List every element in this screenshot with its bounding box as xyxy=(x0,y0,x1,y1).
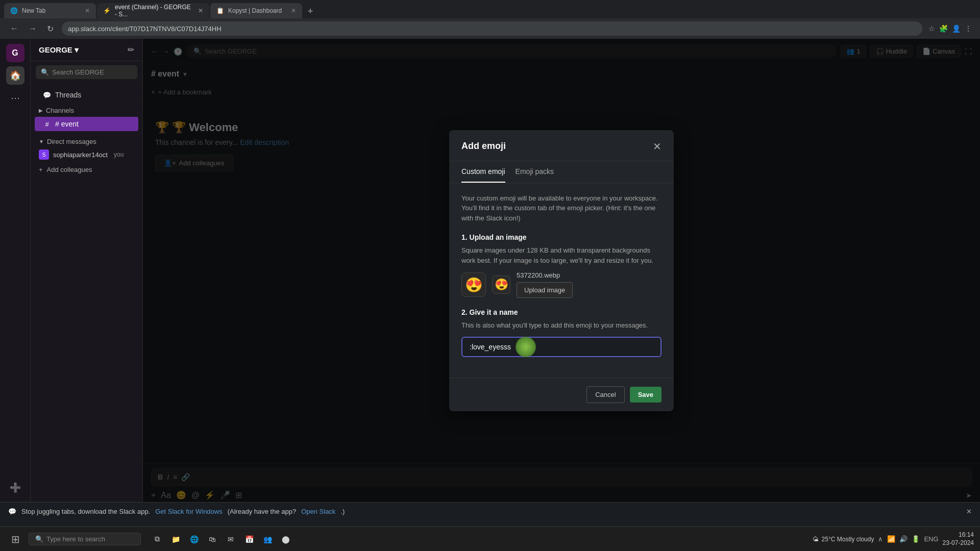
sidebar-search[interactable]: 🔍 Search GEORGE xyxy=(36,65,137,79)
emoji-name-input[interactable] xyxy=(461,337,662,357)
tab-custom-emoji[interactable]: Custom emoji xyxy=(461,161,505,183)
dm-arrow-icon: ▼ xyxy=(39,139,44,144)
sidebar-nav: 💬 Threads ▶ Channels # # event ▼ Direct … xyxy=(31,83,142,180)
user-item-sophia[interactable]: S sophiaparker14oct you xyxy=(31,147,142,162)
tab1-close[interactable]: ✕ xyxy=(85,7,90,14)
sidebar-header: GEORGE ▾ ✏ xyxy=(31,39,142,61)
threads-icon: 💬 xyxy=(43,91,51,99)
date-text: 23-07-2024 xyxy=(943,539,974,547)
back-button[interactable]: ← xyxy=(8,22,20,35)
cancel-button[interactable]: Cancel xyxy=(586,386,624,403)
save-button[interactable]: Save xyxy=(630,387,662,403)
notification-close-icon[interactable]: ✕ xyxy=(966,508,972,515)
add-colleagues-label: Add colleagues xyxy=(47,166,92,173)
tray-up-icon[interactable]: ∧ xyxy=(878,535,883,543)
volume-icon[interactable]: 🔊 xyxy=(899,535,908,543)
notification-end: .) xyxy=(340,508,345,515)
sidebar-item-event[interactable]: # # event xyxy=(35,117,138,131)
time-display[interactable]: 16:14 23-07-2024 xyxy=(943,531,974,547)
weather-text: 25°C Mostly cloudy xyxy=(822,536,874,543)
you-label: you xyxy=(114,151,124,158)
modal-footer: Cancel Save xyxy=(449,378,674,411)
file-info-block: 5372200.webp Upload image xyxy=(517,271,573,298)
compose-icon[interactable]: ✏ xyxy=(128,45,134,55)
browser-tab-3[interactable]: 📋 Kopyst | Dashboard ✕ xyxy=(210,3,302,18)
tab1-icon: 🌐 xyxy=(10,7,18,14)
browser-chrome: 🌐 New Tab ✕ ⚡ event (Channel) - GEORGE -… xyxy=(0,0,980,18)
browser-tab-1[interactable]: 🌐 New Tab ✕ xyxy=(4,3,96,18)
already-text: (Already have the app? xyxy=(228,508,296,515)
tab-emoji-packs[interactable]: Emoji packs xyxy=(516,161,554,183)
get-slack-windows-link[interactable]: Get Slack for Windows xyxy=(155,508,223,515)
file-explorer-icon[interactable]: 📁 xyxy=(167,531,184,547)
notification-bar: 💬 Stop juggling tabs, download the Slack… xyxy=(0,502,980,520)
bookmark-star-icon[interactable]: ☆ xyxy=(928,24,935,33)
modal-tabs: Custom emoji Emoji packs xyxy=(449,161,674,183)
forward-button[interactable]: → xyxy=(27,22,39,35)
tab2-close[interactable]: ✕ xyxy=(198,7,203,14)
upload-image-button[interactable]: Upload image xyxy=(517,282,573,298)
browser-actions: ☆ 🧩 👤 ⋮ xyxy=(928,24,972,33)
threads-label: Threads xyxy=(55,91,81,99)
browser-tabs: 🌐 New Tab ✕ ⚡ event (Channel) - GEORGE -… xyxy=(4,0,976,18)
calendar-icon[interactable]: 📅 xyxy=(241,531,257,547)
edge-icon[interactable]: 🌐 xyxy=(186,531,202,547)
sophia-label: sophiaparker14oct xyxy=(53,151,108,159)
workspace-avatar[interactable]: G xyxy=(6,44,24,62)
slack-icon: 💬 xyxy=(8,508,16,515)
taskbar-right: 🌤 25°C Mostly cloudy ∧ 📶 🔊 🔋 ENG 16:14 2… xyxy=(813,531,974,547)
modal-close-button[interactable]: ✕ xyxy=(653,140,662,153)
name-section: 2. Give it a name This is also what you'… xyxy=(461,308,662,357)
chrome-icon[interactable]: ⬤ xyxy=(278,531,294,547)
tab2-icon: ⚡ xyxy=(103,7,111,14)
modal-overlay: Add emoji ✕ Custom emoji Emoji packs You… xyxy=(143,39,980,502)
taskview-icon[interactable]: ⧉ xyxy=(149,531,165,547)
more-nav-icon[interactable]: ⋯ xyxy=(6,89,24,107)
channels-section-header[interactable]: ▶ Channels xyxy=(31,105,142,116)
tab1-label: New Tab xyxy=(22,7,45,14)
modal-body: Your custom emoji will be available to e… xyxy=(449,183,674,378)
sidebar: GEORGE ▾ ✏ 🔍 Search GEORGE 💬 Threads ▶ C… xyxy=(31,39,143,502)
event-label: # event xyxy=(55,120,79,128)
profile-icon[interactable]: 👤 xyxy=(952,24,961,33)
add-colleagues-item[interactable]: + Add colleagues xyxy=(31,164,142,176)
open-slack-link[interactable]: Open Slack xyxy=(301,508,335,515)
tab3-label: Kopyst | Dashboard xyxy=(228,7,282,14)
add-workspace-icon[interactable]: ➕ xyxy=(6,479,24,497)
battery-icon[interactable]: 🔋 xyxy=(912,535,920,543)
start-button[interactable]: ⊞ xyxy=(6,530,24,548)
menu-icon[interactable]: ⋮ xyxy=(965,24,972,33)
taskbar-search-box[interactable]: 🔍 Type here to search xyxy=(29,533,141,545)
filename: 5372200.webp xyxy=(517,271,573,279)
language-label: ENG xyxy=(924,535,938,543)
tab3-close[interactable]: ✕ xyxy=(291,7,296,14)
sidebar-item-threads[interactable]: 💬 Threads xyxy=(35,88,138,102)
taskbar: ⊞ 🔍 Type here to search ⧉ 📁 🌐 🛍 ✉ 📅 👥 ⬤ … xyxy=(0,527,980,551)
taskbar-search-placeholder: Type here to search xyxy=(46,535,105,543)
browser-addressbar: ← → ↻ app.slack.com/client/T07D17NTNV8/C… xyxy=(0,18,980,39)
browser-tab-2[interactable]: ⚡ event (Channel) - GEORGE - S... ✕ xyxy=(97,3,209,18)
mail-icon[interactable]: ✉ xyxy=(223,531,239,547)
extensions-icon[interactable]: 🧩 xyxy=(939,24,948,33)
address-bar[interactable]: app.slack.com/client/T07D17NTNV8/C07D14J… xyxy=(62,21,922,36)
teams-icon[interactable]: 👥 xyxy=(259,531,276,547)
channels-label: Channels xyxy=(46,107,74,114)
modal-title: Add emoji xyxy=(461,141,506,152)
dm-section-header[interactable]: ▼ Direct messages xyxy=(31,136,142,147)
dm-label: Direct messages xyxy=(47,138,96,145)
refresh-button[interactable]: ↻ xyxy=(45,22,56,36)
add-tab-button[interactable]: + xyxy=(303,4,317,18)
system-tray: 🌤 25°C Mostly cloudy xyxy=(813,536,874,543)
tab3-icon: 📋 xyxy=(216,7,224,14)
modal-header: Add emoji ✕ xyxy=(449,130,674,161)
search-placeholder: Search GEORGE xyxy=(52,68,104,76)
workspace-name[interactable]: GEORGE ▾ xyxy=(39,45,79,55)
home-nav-icon[interactable]: 🏠 xyxy=(6,66,24,85)
notification-text: Stop juggling tabs, download the Slack a… xyxy=(21,508,150,515)
tray-icons: ∧ 📶 🔊 🔋 ENG xyxy=(878,535,938,543)
store-icon[interactable]: 🛍 xyxy=(204,531,220,547)
wifi-icon[interactable]: 📶 xyxy=(887,535,895,543)
name-section-title: 2. Give it a name xyxy=(461,308,662,316)
time-text: 16:14 xyxy=(943,531,974,539)
emoji-preview-large: 😍 xyxy=(461,272,486,297)
